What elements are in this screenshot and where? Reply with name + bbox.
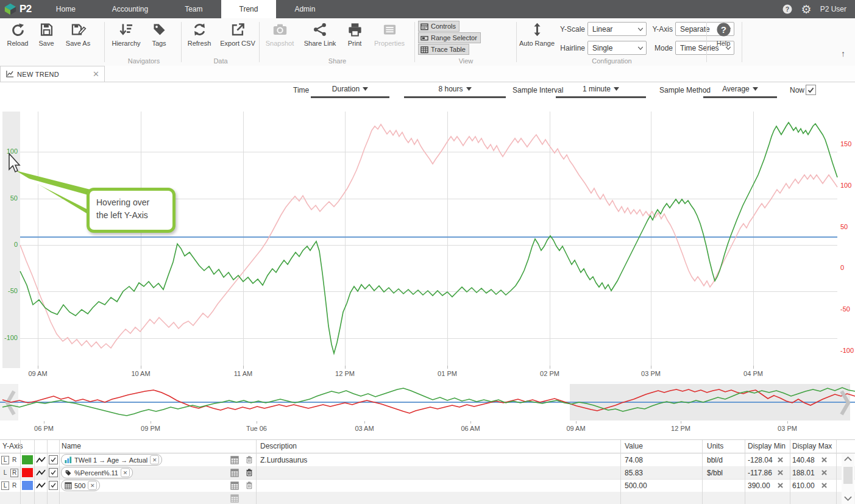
auto-range-button[interactable]: Auto Range — [518, 21, 556, 47]
mini-axis-label: 09 AM — [558, 425, 594, 432]
color-cell — [22, 479, 33, 492]
share-link-button[interactable]: Share Link — [300, 21, 340, 47]
toggle-trace-table[interactable]: Trace Table — [418, 44, 469, 55]
top-tab-admin[interactable]: Admin — [276, 0, 333, 18]
trace-chip[interactable]: TWell 1 → Age → Actual✕ — [61, 454, 162, 466]
toggle-controls[interactable]: Controls — [418, 21, 459, 32]
trace-table-toggle-icon[interactable] — [230, 479, 239, 492]
trash-icon[interactable] — [245, 453, 254, 466]
x-axis-label: 11 AM — [225, 370, 261, 377]
line-style-cell[interactable] — [36, 479, 46, 492]
visible-checkbox[interactable] — [49, 481, 58, 490]
x-tickmark — [141, 366, 141, 369]
axis-left-button[interactable]: L — [1, 481, 9, 490]
clear-max-icon[interactable] — [821, 453, 827, 466]
mini-axis-label: 03 AM — [346, 425, 383, 432]
dropdown-8-hours[interactable]: 8 hours — [404, 84, 506, 93]
line-style-cell[interactable] — [36, 453, 46, 466]
clear-max-icon[interactable] — [821, 479, 827, 492]
collapse-ribbon-arrow[interactable]: ↑ — [841, 49, 845, 59]
column-divider — [620, 440, 621, 504]
gear-icon[interactable]: ⚙ — [801, 4, 812, 15]
trace-chip[interactable]: 500✕ — [61, 480, 100, 491]
column-header-desc: Description — [260, 442, 297, 450]
snapshot-icon — [272, 21, 288, 38]
dropdown-1-minute[interactable]: 1 minute — [556, 84, 646, 93]
left-axis-tick: -100 — [2, 334, 18, 341]
trash-icon[interactable] — [245, 466, 254, 479]
now-checkbox[interactable] — [806, 85, 816, 95]
snapshot-button: Snapshot — [262, 21, 297, 47]
trace-chip[interactable]: %Percent%.11✕ — [61, 467, 133, 478]
dropdown-underline — [556, 96, 646, 98]
color-cell — [22, 453, 33, 466]
gridline-v — [651, 112, 651, 366]
column-divider — [256, 440, 257, 504]
axis-right-button[interactable]: R — [10, 481, 18, 490]
axis-left-button[interactable]: L — [1, 456, 9, 464]
column-divider — [59, 440, 60, 504]
clear-min-icon[interactable] — [778, 466, 783, 479]
column-divider — [20, 440, 21, 504]
mini-tickmark — [787, 421, 788, 424]
right-axis-tick: 50 — [840, 223, 848, 230]
help-circle-icon[interactable]: ? — [782, 4, 793, 15]
color-swatch[interactable] — [22, 455, 33, 464]
trace-table-toggle-icon[interactable] — [230, 492, 239, 504]
dropdown-underline — [404, 96, 506, 98]
scroll-up-icon[interactable] — [842, 453, 854, 464]
control-label-now: Now — [790, 86, 804, 94]
column-divider — [836, 440, 837, 504]
range-selector-right-handle-icon[interactable] — [839, 389, 852, 417]
tooltip-line1: Hovering over — [96, 196, 172, 209]
chevron-down-icon — [637, 46, 644, 51]
remove-trace-icon[interactable]: ✕ — [121, 468, 130, 477]
group-caption: View — [416, 57, 516, 65]
trash-icon[interactable] — [245, 479, 254, 492]
mini-axis-label: 03 PM — [769, 425, 806, 432]
color-swatch[interactable] — [22, 481, 33, 490]
axis-right-button[interactable]: R — [10, 456, 18, 464]
x-axis-label: 09 AM — [20, 370, 56, 377]
print-button[interactable]: Print — [342, 21, 367, 47]
help-button[interactable]: ?Help — [709, 21, 737, 47]
toggle-range-selector[interactable]: Range Selector — [418, 32, 481, 43]
table-scrollbar[interactable] — [842, 453, 854, 504]
select-hairline[interactable]: Single — [587, 41, 647, 55]
range-selector-left-handle-icon[interactable] — [4, 389, 17, 417]
scrollbar-thumb[interactable] — [843, 467, 853, 484]
dropdown-duration[interactable]: Duration — [311, 84, 389, 93]
mini-axis-label: Tue 06 — [238, 425, 275, 432]
user-menu[interactable]: P2 User — [820, 5, 846, 13]
svg-text:?: ? — [720, 24, 726, 35]
clear-min-icon[interactable] — [778, 479, 783, 492]
dropdown-average[interactable]: Average — [703, 84, 777, 93]
trace-chip-cell: 500✕ — [61, 479, 100, 492]
column-divider — [34, 440, 35, 504]
x-tickmark — [550, 366, 550, 369]
x-axis-label: 12 PM — [327, 370, 363, 377]
x-axis-label: 02 PM — [531, 370, 568, 377]
mini-tickmark — [681, 421, 681, 424]
select-y-scale[interactable]: Linear — [587, 22, 647, 36]
column-divider — [745, 440, 745, 504]
gridline-v — [550, 112, 550, 366]
right-axis-tick: -100 — [840, 347, 854, 354]
axis-right-button[interactable]: R — [10, 469, 18, 477]
axis-left-button[interactable]: L — [1, 469, 9, 477]
color-swatch[interactable] — [22, 468, 33, 477]
trace-table-toggle-icon[interactable] — [230, 466, 239, 479]
scroll-down-icon[interactable] — [842, 493, 854, 504]
clear-min-icon[interactable] — [778, 453, 783, 466]
remove-trace-icon[interactable]: ✕ — [88, 481, 97, 490]
line-style-cell[interactable] — [36, 466, 46, 479]
visible-checkbox[interactable] — [49, 455, 58, 464]
x-tickmark — [447, 366, 448, 369]
clear-max-icon[interactable] — [821, 466, 827, 479]
trace-table-toggle-icon[interactable] — [230, 453, 239, 466]
ribbon-group-view: ControlsRange SelectorTrace TableView — [416, 18, 516, 66]
visible-checkbox[interactable] — [49, 468, 58, 477]
gridline-v — [447, 112, 448, 366]
remove-trace-icon[interactable]: ✕ — [150, 455, 159, 464]
units-cell: bbl/d — [707, 453, 723, 466]
